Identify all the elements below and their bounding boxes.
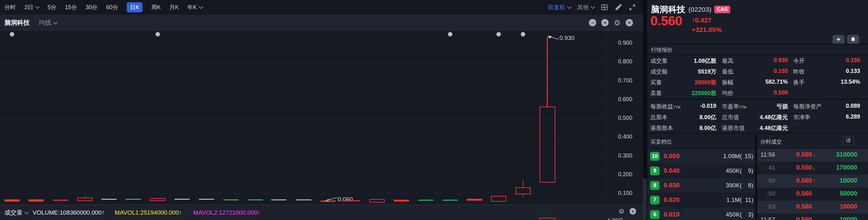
candle xyxy=(467,199,482,201)
orderbook-amount: 450K (9) xyxy=(726,167,753,174)
quote-cell-label: 总市值 xyxy=(722,113,739,121)
close-icon[interactable]: × xyxy=(626,19,633,26)
period-label: 分时 xyxy=(4,3,16,11)
alert-bell-button[interactable] xyxy=(847,35,859,45)
more-selector[interactable]: 其他 xyxy=(577,3,594,11)
quote-cell-label-sub: TTM xyxy=(739,105,746,109)
period-tab-日K[interactable]: 日K xyxy=(127,2,143,12)
orderbook-price: 0.650 xyxy=(664,153,680,160)
quote-cell-label: 振幅 xyxy=(722,79,733,86)
zoom-in-icon[interactable]: + xyxy=(601,19,609,26)
chart-plot[interactable]: 0.930 0.060 0.9000.8000.7000.6000.5000.4… xyxy=(0,31,643,204)
quote-cell-label: 每股收益TTM xyxy=(650,103,680,110)
chart-module: 分时2日5分15分30分60分日K周K月K年K 前复权 其他 xyxy=(0,0,643,220)
orderbook-row[interactable]: 100.6501.09M (15) xyxy=(647,149,755,164)
period-label: 日K xyxy=(130,3,140,11)
gear-icon[interactable]: ⚙ xyxy=(614,19,621,27)
brush-icon[interactable] xyxy=(615,3,622,11)
grid-layout-icon[interactable] xyxy=(601,3,608,11)
grid-line xyxy=(0,99,607,100)
chevron-down-icon xyxy=(24,210,29,214)
period-tab-年K[interactable]: 年K xyxy=(187,3,203,11)
quote-cell-value: 6.289 xyxy=(846,113,860,120)
tick-amount: 170000 xyxy=(836,164,857,171)
orderbook-row[interactable]: 90.640450K (9) xyxy=(647,164,755,178)
period-tab-30分[interactable]: 30分 xyxy=(86,3,98,11)
period-tab-月K[interactable]: 月K xyxy=(169,3,179,11)
volume-axis-label: 1.08亿 xyxy=(608,217,623,220)
quote-cell-value: 1.08亿股 xyxy=(694,57,716,65)
tick-time: 11:56 xyxy=(757,151,775,158)
period-tab-分时[interactable]: 分时 xyxy=(4,3,16,11)
candle xyxy=(29,199,44,202)
orderbook-amount: 1.1M (11) xyxy=(726,196,753,203)
candle xyxy=(53,200,68,201)
panel-scrollbar[interactable] xyxy=(643,178,647,220)
grid-line xyxy=(0,156,607,156)
quote-cell-value: 8.00亿 xyxy=(700,113,716,121)
candle xyxy=(101,199,117,200)
quote-cell-label: 市盈率TTM xyxy=(722,103,746,110)
quote-section-title: 行情报价 xyxy=(651,46,673,54)
ma-selector[interactable]: 均线 xyxy=(39,18,57,27)
candle xyxy=(418,200,433,201)
quote-cell-label: 昨收 xyxy=(793,68,805,76)
tick-price: 0.560 xyxy=(776,216,812,220)
quote-cell-value: 220000股 xyxy=(691,89,716,97)
orderbook-level-badge: 9 xyxy=(650,166,659,175)
orderbook-row[interactable]: 70.6201.1M (11) xyxy=(647,193,755,207)
zoom-out-icon[interactable]: − xyxy=(589,19,596,26)
orderbook-row[interactable]: 80.630390K (8) xyxy=(647,178,755,193)
tick-time: 11:57 xyxy=(757,216,775,220)
tick-price: 0.560 xyxy=(776,177,812,184)
candle xyxy=(442,200,458,201)
grid-line xyxy=(0,81,607,81)
tick-price: 0.560 xyxy=(776,203,812,210)
chevron-down-icon xyxy=(53,20,58,24)
candle xyxy=(77,197,93,201)
period-tab-周K[interactable]: 周K xyxy=(151,3,161,11)
add-to-watchlist-button[interactable]: + xyxy=(833,35,844,45)
period-tab-60分[interactable]: 60分 xyxy=(106,3,118,11)
y-axis-label: 0.800 xyxy=(608,58,632,65)
volume-title-selector[interactable]: 成交量 xyxy=(4,209,28,217)
expand-icon[interactable] xyxy=(628,3,636,11)
quote-cell-label: 港股股本 xyxy=(650,124,673,132)
chart-stock-name: 脑洞科技 xyxy=(4,18,30,27)
tick-time: :41 xyxy=(757,164,775,171)
y-axis-label: 0.900 xyxy=(608,39,632,46)
ticks-detail-button[interactable]: 详 xyxy=(843,136,854,145)
price-change: ↑0.427 xyxy=(691,17,712,24)
trading-app-window: 分时2日5分15分30分60分日K周K月K年K 前复权 其他 xyxy=(0,0,868,220)
adjustment-selector[interactable]: 前复权 xyxy=(548,3,571,11)
grid-line xyxy=(0,43,607,43)
candle xyxy=(150,198,165,201)
quote-cell-label: 港股市值 xyxy=(722,124,745,132)
y-axis-label: 0.500 xyxy=(608,114,632,121)
quote-cell-label-sub: TTM xyxy=(673,105,680,109)
orderbook-row[interactable]: 60.610450K (3) xyxy=(647,207,755,220)
period-tab-15分[interactable]: 15分 xyxy=(65,3,77,11)
quote-cell-value: 582.71% xyxy=(765,79,788,85)
down-arrow-icon: ↓ xyxy=(812,151,816,158)
divider xyxy=(647,99,868,100)
gear-icon[interactable]: ⚙ xyxy=(618,208,624,215)
up-arrow-icon: ↑ xyxy=(812,177,816,184)
period-tab-5分[interactable]: 5分 xyxy=(48,3,56,11)
orderbook-section: 买卖档位 100.6501.09M (15)90.640450K (9)80.6… xyxy=(647,135,755,220)
tick-time: :53 xyxy=(757,203,775,210)
chart-pane-controls: − + ⚙ × xyxy=(589,19,639,27)
stock-code: (02203) xyxy=(688,6,711,13)
period-tab-2日[interactable]: 2日 xyxy=(24,3,39,11)
cas-badge: CAS xyxy=(714,6,730,13)
close-icon[interactable]: × xyxy=(629,208,636,215)
volume-value-text: VOLUME:108360000.000↑ xyxy=(33,209,104,216)
quote-row: 每股收益TTM-0.019市盈率TTM亏损每股净资产0.089 xyxy=(647,101,868,112)
quote-cell-label: 最低 xyxy=(722,68,733,76)
candle xyxy=(539,107,555,183)
ticks-section: 分时成交 详 11:560.560↓310000:410.550↓170000:… xyxy=(757,135,868,220)
quote-cell-label: 卖量 xyxy=(650,89,662,97)
quote-cell-value: 4.48亿港元 xyxy=(760,113,788,121)
orderbook-level-badge: 7 xyxy=(650,196,659,204)
candle-wick xyxy=(523,194,523,197)
